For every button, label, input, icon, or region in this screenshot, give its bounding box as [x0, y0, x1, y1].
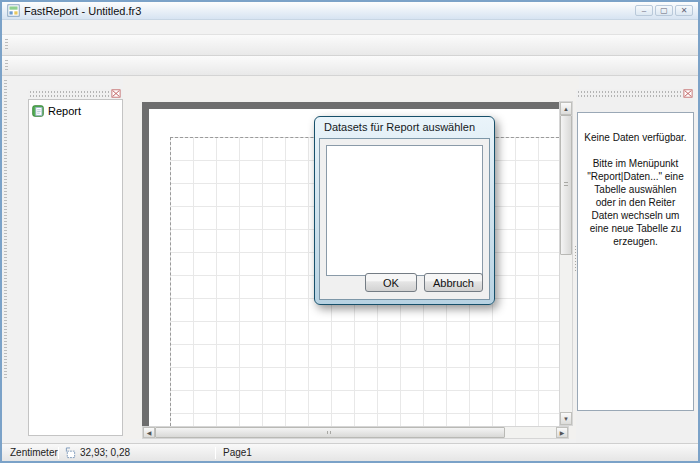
horizontal-scrollbar[interactable]: ◀ ▶	[142, 426, 569, 439]
minimize-button[interactable]: –	[635, 5, 653, 16]
close-button[interactable]: ✕	[675, 5, 693, 16]
vertical-scrollbar[interactable]: ▲ ▼	[559, 101, 573, 426]
report-node-icon	[31, 104, 45, 118]
size-indicator-icon	[65, 447, 76, 459]
vertical-ruler	[124, 102, 137, 425]
coordinates-indicator: 32,93; 0,28	[59, 447, 215, 459]
status-bar: Zentimeter 32,93; 0,28 Page1	[2, 443, 698, 461]
dataset-list	[326, 145, 483, 276]
text-toolbar	[2, 56, 698, 76]
standard-toolbar	[2, 35, 698, 56]
horizontal-ruler	[142, 88, 565, 99]
scroll-up-button[interactable]: ▲	[560, 102, 572, 115]
scroll-down-button[interactable]: ▼	[560, 412, 572, 425]
title-bar: FastReport - Untitled.fr3 – ▢ ✕	[2, 2, 698, 20]
cancel-button[interactable]: Abbruch	[424, 273, 483, 292]
horizontal-scroll-thumb[interactable]	[155, 427, 505, 438]
dock-tab-row	[577, 98, 694, 113]
scroll-left-button[interactable]: ◀	[143, 427, 155, 438]
page-margin-left	[170, 137, 171, 426]
report-tree: Report	[28, 99, 123, 436]
dialog-title: Datasets für Report auswählen	[315, 117, 494, 138]
no-data-title: Keine Daten verfügbar.	[583, 131, 688, 144]
no-data-hint: Bitte im Menüpunkt "Report|Daten..." ein…	[583, 157, 688, 248]
tree-panel-grip[interactable]	[30, 90, 109, 97]
select-datasets-dialog: Datasets für Report auswählen OK Abbruch	[314, 116, 495, 305]
units-indicator: Zentimeter	[2, 447, 58, 458]
fastreport-window: FastReport - Untitled.fr3 – ▢ ✕ Report	[0, 0, 700, 463]
tree-panel-pin-icon[interactable]	[111, 89, 121, 98]
current-page-indicator: Page1	[216, 447, 252, 458]
vertical-scroll-thumb[interactable]	[560, 115, 572, 255]
data-panel-grip[interactable]	[578, 90, 681, 97]
coordinates-value: 32,93; 0,28	[80, 447, 130, 458]
data-panel-pin-icon[interactable]	[683, 89, 693, 98]
object-toolbar	[2, 76, 28, 441]
report-tree-panel: Report	[28, 89, 123, 436]
tree-node-label: Report	[48, 105, 81, 117]
data-dock-panel: Keine Daten verfügbar. Bitte im Menüpunk…	[576, 89, 695, 457]
scroll-right-button[interactable]: ▶	[556, 427, 568, 438]
window-title: FastReport - Untitled.fr3	[24, 5, 141, 17]
tree-node-report[interactable]: Report	[31, 103, 120, 119]
ok-button[interactable]: OK	[365, 273, 417, 292]
menu-bar	[2, 20, 698, 35]
app-icon	[7, 4, 20, 17]
maximize-button[interactable]: ▢	[655, 5, 673, 16]
data-panel-message: Keine Daten verfügbar. Bitte im Menüpunk…	[577, 112, 694, 411]
dialog-body: OK Abbruch	[319, 138, 490, 300]
